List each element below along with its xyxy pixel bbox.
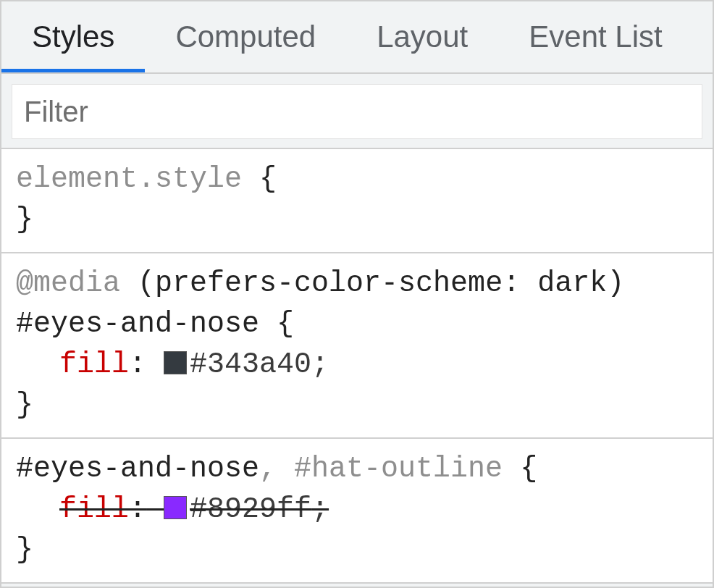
tabs-bar: Styles Computed Layout Event List <box>1 1 713 74</box>
colon: : <box>129 348 146 381</box>
close-brace-line: } <box>16 200 698 240</box>
rule-element-style[interactable]: element.style { } <box>1 149 713 253</box>
rule-media-dark[interactable]: @media (prefers-color-scheme: dark) #eye… <box>1 253 713 439</box>
selector-eyes-and-nose[interactable]: #eyes-and-nose <box>16 308 259 340</box>
rule-base[interactable]: #eyes-and-nose, #hat-outline { fill: #89… <box>1 439 713 584</box>
value-fill[interactable]: #8929ff <box>190 493 311 526</box>
property-fill[interactable]: fill <box>59 493 129 526</box>
value-fill[interactable]: #343a40 <box>190 348 311 381</box>
open-brace: { <box>277 308 294 340</box>
close-brace: } <box>16 203 33 236</box>
color-swatch-icon[interactable] <box>164 496 187 519</box>
close-brace-line: } <box>16 530 698 571</box>
media-line: @media (prefers-color-scheme: dark) <box>16 264 698 304</box>
colon: : <box>129 493 146 526</box>
semicolon: ; <box>311 493 329 526</box>
close-brace-line: } <box>16 385 698 426</box>
tab-computed[interactable]: Computed <box>145 1 346 72</box>
close-brace: } <box>16 389 33 421</box>
overridden-declaration: fill: #8929ff; <box>59 493 329 526</box>
selector-element-style[interactable]: element.style <box>16 163 242 196</box>
close-brace: } <box>16 534 33 566</box>
styles-panel: Styles Computed Layout Event List elemen… <box>0 0 714 588</box>
semicolon: ; <box>311 348 329 381</box>
open-brace-char: { <box>259 163 277 196</box>
open-brace: { <box>520 453 537 485</box>
declaration-fill-overridden[interactable]: fill: #8929ff; <box>16 490 698 530</box>
rules-list: element.style { } @media (prefers-color-… <box>1 149 713 587</box>
selector-eyes-and-nose[interactable]: #eyes-and-nose <box>16 453 259 485</box>
selector-hat-outline[interactable]: #hat-outline <box>294 453 503 485</box>
selector-comma: , <box>259 453 294 485</box>
rule-selector-line: #eyes-and-nose, #hat-outline { <box>16 449 698 490</box>
tab-event-listeners[interactable]: Event List <box>498 1 692 72</box>
tab-layout[interactable]: Layout <box>346 1 498 72</box>
filter-input[interactable] <box>12 84 702 139</box>
rule-selector-line: element.style { <box>16 159 698 200</box>
declaration-fill[interactable]: fill: #343a40; <box>16 345 698 385</box>
property-fill[interactable]: fill <box>59 348 129 381</box>
tab-styles[interactable]: Styles <box>1 1 145 72</box>
at-media-keyword: @media <box>16 267 120 300</box>
color-swatch-icon[interactable] <box>164 351 187 374</box>
rule-selector-line: #eyes-and-nose { <box>16 304 698 345</box>
media-condition-text: (prefers-color-scheme: dark) <box>138 267 624 300</box>
filter-bar <box>1 74 713 149</box>
